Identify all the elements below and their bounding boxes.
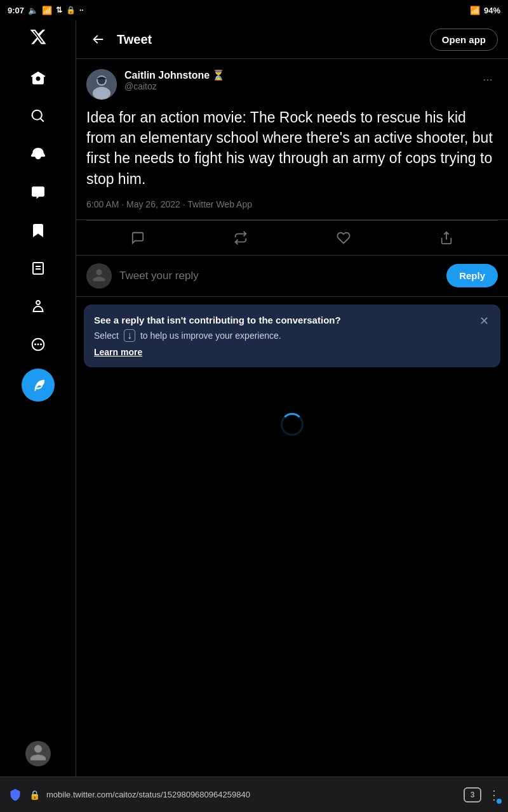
user-avatar[interactable] (25, 741, 51, 766)
tweet-text: Idea for an action movie: The Rock needs… (86, 107, 498, 189)
learn-more-link[interactable]: Learn more (94, 347, 490, 357)
sidebar-item-profile[interactable] (22, 290, 55, 323)
sound-icon: 🔈 (28, 6, 38, 15)
notice-body: Select ↓ to help us improve your experie… (94, 329, 490, 342)
author-emoji: ⏳ (212, 69, 225, 81)
shield-icon (8, 787, 23, 802)
retweet-button[interactable] (229, 226, 253, 250)
loading-spinner (281, 413, 304, 436)
reply-area: Reply (76, 256, 508, 297)
status-time: 9:07 (8, 6, 24, 15)
loading-area (76, 375, 508, 474)
sync-icon: ⇅ (56, 6, 62, 15)
status-bar-left: 9:07 🔈 📶 ⇅ 🔒 ·· (8, 6, 84, 15)
tweet-author-row: Caitlin Johnstone ⏳ @caitoz ··· (86, 69, 498, 100)
author-name[interactable]: Caitlin Johnstone ⏳ (124, 69, 470, 81)
notice-title: See a reply that isn't contributing to t… (94, 315, 490, 325)
main-content: Tweet Open app Cai (76, 20, 508, 776)
battery-label: 94% (484, 6, 500, 15)
share-button[interactable] (434, 226, 458, 250)
sidebar-item-messages[interactable] (22, 176, 55, 209)
lock-icon: 🔒 (29, 790, 40, 800)
sidebar-item-search[interactable] (22, 100, 55, 133)
lock-icon-status: 🔒 (66, 6, 76, 15)
author-info: Caitlin Johnstone ⏳ @caitoz (124, 69, 470, 91)
compose-button[interactable] (22, 369, 55, 402)
status-bar: 9:07 🔈 📶 ⇅ 🔒 ·· 📶 94% (0, 0, 508, 20)
actions-bar (76, 221, 508, 256)
sidebar-item-bookmarks[interactable] (22, 214, 55, 247)
status-bar-right: 📶 94% (470, 6, 500, 15)
page-title: Tweet (117, 32, 152, 47)
more-status-icon: ·· (79, 6, 84, 15)
browser-bar: 🔒 mobile.twitter.com/caitoz/status/15298… (0, 776, 508, 812)
sidebar (0, 20, 76, 776)
header-left: Tweet (86, 28, 152, 51)
like-button[interactable] (331, 226, 356, 250)
author-handle[interactable]: @caitoz (124, 81, 470, 91)
tab-count[interactable]: 3 (464, 787, 481, 802)
svg-point-2 (93, 87, 110, 100)
signal-icon: 📶 (42, 6, 52, 15)
author-avatar[interactable] (86, 69, 117, 100)
twitter-logo[interactable] (29, 28, 47, 50)
sidebar-item-notifications[interactable] (22, 138, 55, 171)
notice-banner: See a reply that isn't contributing to t… (84, 304, 500, 367)
notice-arrow: ↓ (124, 329, 135, 342)
app-layout: Tweet Open app Cai (0, 20, 508, 776)
tweet-body: Caitlin Johnstone ⏳ @caitoz ··· Idea for… (76, 59, 508, 220)
comment-button[interactable] (126, 226, 150, 250)
reply-button[interactable]: Reply (446, 264, 498, 287)
current-user-avatar (86, 263, 112, 289)
browser-url[interactable]: mobile.twitter.com/caitoz/status/1529809… (46, 790, 457, 799)
back-button[interactable] (86, 28, 109, 51)
sidebar-item-home[interactable] (22, 62, 55, 95)
tweet-header: Tweet Open app (76, 20, 508, 59)
sidebar-item-lists[interactable] (22, 252, 55, 285)
wifi-icon: 📶 (470, 6, 480, 15)
reply-input[interactable] (119, 270, 439, 282)
notice-close-button[interactable]: ✕ (475, 312, 493, 330)
tweet-timestamp: 6:00 AM · May 26, 2022 · Twitter Web App (86, 199, 498, 209)
sidebar-item-more[interactable] (22, 328, 55, 361)
open-app-button[interactable]: Open app (430, 29, 498, 51)
browser-menu-button[interactable]: ⋮ (488, 787, 500, 802)
tweet-more-button[interactable]: ··· (478, 69, 498, 89)
